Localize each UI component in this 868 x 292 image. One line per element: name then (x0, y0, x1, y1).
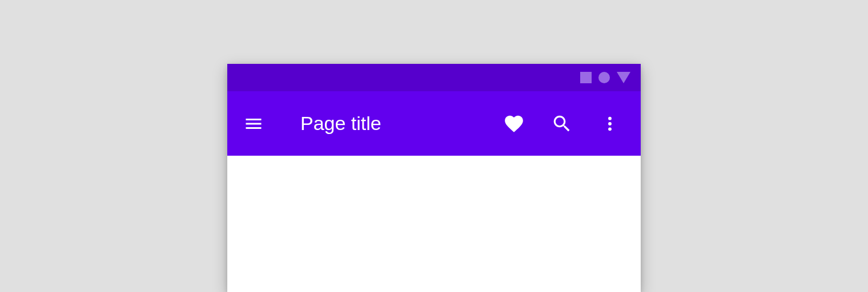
svg-point-3 (608, 116, 612, 120)
device-frame: Page title (227, 64, 641, 292)
svg-point-5 (608, 127, 612, 131)
search-icon (551, 113, 573, 135)
page-title: Page title (300, 112, 503, 135)
app-bar: Page title (227, 91, 641, 156)
search-button[interactable] (550, 112, 573, 135)
more-vertical-icon (601, 115, 619, 133)
status-bar (227, 64, 641, 91)
favorite-button[interactable] (503, 112, 525, 135)
more-options-button[interactable] (598, 112, 621, 135)
content-area (227, 156, 641, 292)
svg-rect-0 (246, 119, 262, 120)
svg-rect-1 (246, 123, 262, 124)
status-triangle-icon (617, 72, 630, 83)
status-circle-icon (598, 72, 610, 83)
menu-button[interactable] (240, 110, 267, 137)
heart-icon (503, 113, 525, 135)
status-square-icon (580, 72, 592, 83)
svg-point-4 (608, 122, 612, 125)
hamburger-icon (243, 113, 264, 134)
action-buttons (503, 112, 621, 135)
svg-rect-2 (246, 127, 262, 129)
